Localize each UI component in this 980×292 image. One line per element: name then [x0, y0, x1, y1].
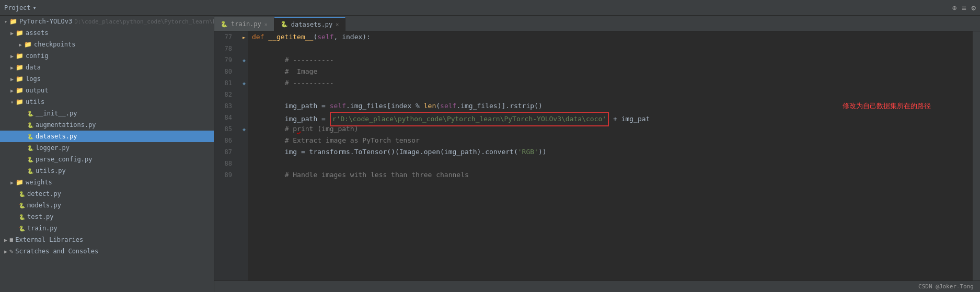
arrow-right-icon: ▶: [10, 180, 14, 185]
sidebar-item-utils[interactable]: ▾ 📁 utils: [0, 96, 214, 108]
file-label: utils.py: [36, 167, 66, 174]
sidebar-item-logs[interactable]: ▶ 📁 logs: [0, 73, 214, 85]
sidebar-item-detect[interactable]: 🐍 detect.py: [0, 188, 214, 200]
add-icon[interactable]: ⊕: [952, 4, 956, 12]
tab-label: datasets.py: [291, 21, 332, 28]
folder-icon: 📁: [16, 52, 24, 60]
code-editor[interactable]: 77 78 79 80 81 82 83 84 85 86 87 88 89 ►…: [214, 31, 980, 281]
sidebar-item-init[interactable]: 🐍 __init__.py: [0, 108, 214, 119]
line-numbers: 77 78 79 80 81 82 83 84 85 86 87 88 89: [214, 31, 240, 281]
sidebar-item-weights[interactable]: ▶ 📁 weights: [0, 177, 214, 188]
main-layout: ▾ 📁 PyTorch-YOLOv3 D:\code_place\python_…: [0, 16, 980, 292]
py-icon: 🐍: [27, 122, 33, 128]
sidebar-item-parse-config[interactable]: 🐍 parse_config.py: [0, 154, 214, 165]
folder-icon: 📁: [24, 41, 32, 48]
scratches-label: Scratches and Consoles: [15, 248, 98, 255]
indicator: [240, 158, 248, 169]
line-num: 80: [214, 66, 236, 77]
arrow-right-icon: ▶: [4, 237, 7, 243]
line-num: 81: [214, 77, 236, 89]
file-label: parse_config.py: [36, 156, 92, 163]
line-num: 79: [214, 54, 236, 66]
credit-text: CSDN @Joker-Tong: [918, 283, 974, 290]
sidebar-item-augmentations[interactable]: 🐍 augmentations.py: [0, 119, 214, 131]
library-icon: ≣: [9, 236, 13, 243]
indicator: [240, 146, 248, 158]
sidebar-item-external-libraries[interactable]: ▶ ≣ External Libraries: [0, 234, 214, 246]
indicator: [240, 100, 248, 112]
line-num: 88: [214, 158, 236, 169]
line-num: 83: [214, 100, 236, 112]
code-line-81: # ----------: [252, 77, 973, 89]
sidebar-item-config[interactable]: ▶ 📁 config: [0, 50, 214, 62]
py-icon: 🐍: [19, 226, 25, 231]
py-file-icon: 🐍: [281, 21, 288, 28]
close-icon[interactable]: ✕: [264, 21, 268, 27]
sidebar-item-datasets[interactable]: 🐍 datasets.py: [0, 131, 214, 142]
tab-datasets[interactable]: 🐍 datasets.py ✕: [274, 17, 346, 31]
sidebar-item-train[interactable]: 🐍 train.py: [0, 223, 214, 234]
code-line-85: # print (img_path): [252, 123, 973, 135]
folder-label: weights: [26, 179, 52, 186]
code-line-78: [252, 43, 973, 54]
line-num: 82: [214, 89, 236, 100]
file-label: augmentations.py: [36, 121, 96, 129]
sidebar-item-logger[interactable]: 🐍 logger.py: [0, 142, 214, 154]
py-icon: 🐍: [19, 214, 25, 220]
folder-icon: 📁: [16, 87, 24, 94]
py-icon: 🐍: [27, 111, 33, 116]
code-line-83: img_path = self.img_files[index % len(se…: [252, 100, 973, 112]
project-label[interactable]: Project ▾: [4, 4, 37, 11]
file-label: logger.py: [36, 144, 70, 151]
py-icon: 🐍: [27, 157, 33, 162]
arrow-right-icon: ▶: [19, 42, 22, 48]
arrow-right-icon: ▶: [10, 30, 14, 36]
code-line-88: [252, 158, 973, 169]
root-path: D:\code_place\python_code\Pytorch_learn\…: [74, 18, 214, 25]
code-line-77: def __getitem__(self, index):: [252, 31, 973, 43]
folder-label: checkpoints: [34, 41, 75, 48]
file-label: detect.py: [27, 190, 61, 197]
folder-icon: 📁: [16, 29, 24, 37]
settings-icon[interactable]: ⚙: [972, 4, 976, 12]
top-bar-icons: ⊕ ≡ ⚙: [952, 4, 976, 12]
sidebar-item-root[interactable]: ▾ 📁 PyTorch-YOLOv3 D:\code_place\python_…: [0, 16, 214, 27]
code-content[interactable]: def __getitem__(self, index): # --------…: [248, 31, 973, 281]
py-icon: 🐍: [27, 168, 33, 174]
right-scrollbar[interactable]: [973, 31, 980, 281]
folder-label: utils: [26, 98, 44, 106]
sidebar-item-checkpoints[interactable]: ▶ 📁 checkpoints: [0, 39, 214, 50]
arrow-right-icon: ▶: [10, 88, 14, 94]
sidebar: ▾ 📁 PyTorch-YOLOv3 D:\code_place\python_…: [0, 16, 214, 292]
close-icon[interactable]: ✕: [336, 21, 339, 27]
py-icon: 🐍: [27, 145, 33, 151]
sidebar-item-data[interactable]: ▶ 📁 data: [0, 62, 214, 73]
arrow-right-icon: ▶: [10, 65, 14, 71]
line-num: 84: [214, 112, 236, 123]
sidebar-item-utils-py[interactable]: 🐍 utils.py: [0, 165, 214, 177]
folder-icon: 📁: [9, 18, 17, 25]
tab-train[interactable]: 🐍 train.py ✕: [214, 17, 274, 31]
file-label: models.py: [27, 202, 61, 209]
indicator: ◈: [240, 54, 248, 66]
tabs: 🐍 train.py ✕ 🐍 datasets.py ✕: [214, 16, 980, 31]
code-line-87: img = transforms.ToTensor()(Image.open(i…: [252, 146, 973, 158]
bottom-bar: CSDN @Joker-Tong: [214, 281, 980, 292]
sidebar-item-assets[interactable]: ▶ 📁 assets: [0, 27, 214, 39]
indicator: ►: [240, 31, 248, 43]
sidebar-item-test[interactable]: 🐍 test.py: [0, 211, 214, 223]
ext-lib-label: External Libraries: [15, 236, 83, 243]
sidebar-item-scratches[interactable]: ▶ ✎ Scratches and Consoles: [0, 246, 214, 257]
top-bar: Project ▾ ⊕ ≡ ⚙: [0, 0, 980, 16]
menu-icon[interactable]: ≡: [962, 4, 966, 12]
py-file-icon: 🐍: [221, 21, 228, 28]
sidebar-item-output[interactable]: ▶ 📁 output: [0, 85, 214, 96]
folder-label: output: [26, 87, 48, 94]
tab-label: train.py: [231, 20, 261, 28]
line-num: 85: [214, 123, 236, 135]
sidebar-item-models[interactable]: 🐍 models.py: [0, 200, 214, 211]
indicator: [240, 169, 248, 181]
line-num: 89: [214, 169, 236, 181]
line-num: 77: [214, 31, 236, 43]
indicator: [240, 66, 248, 77]
